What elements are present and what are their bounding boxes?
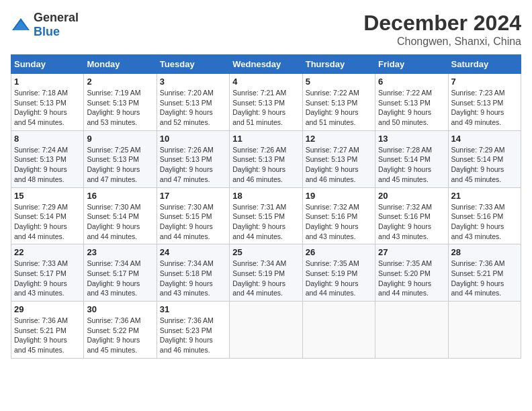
calendar-cell: 14Sunrise: 7:29 AM Sunset: 5:14 PM Dayli… (448, 130, 521, 187)
weekday-header: Saturday (448, 55, 521, 74)
day-number: 16 (87, 191, 153, 201)
calendar-cell: 31Sunrise: 7:36 AM Sunset: 5:23 PM Dayli… (157, 302, 229, 359)
day-info: Sunrise: 7:32 AM Sunset: 5:16 PM Dayligh… (306, 202, 372, 242)
day-info: Sunrise: 7:29 AM Sunset: 5:14 PM Dayligh… (451, 145, 518, 185)
calendar-cell: 7Sunrise: 7:23 AM Sunset: 5:13 PM Daylig… (448, 74, 521, 131)
day-number: 24 (160, 247, 226, 257)
day-info: Sunrise: 7:34 AM Sunset: 5:17 PM Dayligh… (87, 259, 153, 298)
day-number: 27 (378, 247, 445, 257)
day-info: Sunrise: 7:23 AM Sunset: 5:13 PM Dayligh… (451, 88, 518, 128)
calendar-week-row: 29Sunrise: 7:36 AM Sunset: 5:21 PM Dayli… (11, 302, 521, 359)
calendar-cell: 21Sunrise: 7:33 AM Sunset: 5:16 PM Dayli… (448, 187, 521, 244)
day-number: 15 (14, 191, 81, 201)
calendar-cell (375, 302, 448, 359)
day-number: 22 (14, 247, 81, 257)
calendar-week-row: 8Sunrise: 7:24 AM Sunset: 5:13 PM Daylig… (11, 130, 521, 187)
day-number: 14 (451, 134, 518, 144)
calendar-cell: 12Sunrise: 7:27 AM Sunset: 5:13 PM Dayli… (302, 130, 375, 187)
day-info: Sunrise: 7:22 AM Sunset: 5:13 PM Dayligh… (306, 88, 372, 128)
day-info: Sunrise: 7:33 AM Sunset: 5:17 PM Dayligh… (14, 259, 81, 298)
calendar-cell: 28Sunrise: 7:36 AM Sunset: 5:21 PM Dayli… (448, 244, 521, 302)
calendar-cell (302, 302, 375, 359)
day-number: 5 (306, 77, 372, 87)
day-number: 10 (160, 134, 226, 144)
day-info: Sunrise: 7:33 AM Sunset: 5:16 PM Dayligh… (451, 202, 518, 242)
weekday-header: Friday (375, 55, 448, 74)
day-info: Sunrise: 7:35 AM Sunset: 5:20 PM Dayligh… (378, 259, 445, 298)
calendar-cell: 15Sunrise: 7:29 AM Sunset: 5:14 PM Dayli… (11, 187, 84, 244)
day-info: Sunrise: 7:19 AM Sunset: 5:13 PM Dayligh… (87, 88, 153, 128)
day-info: Sunrise: 7:31 AM Sunset: 5:15 PM Dayligh… (232, 202, 299, 242)
day-number: 6 (378, 77, 445, 87)
calendar-cell: 17Sunrise: 7:30 AM Sunset: 5:15 PM Dayli… (157, 187, 229, 244)
day-info: Sunrise: 7:30 AM Sunset: 5:15 PM Dayligh… (160, 202, 226, 242)
weekday-header: Tuesday (157, 55, 229, 74)
day-number: 11 (232, 134, 299, 144)
day-number: 23 (87, 247, 153, 257)
calendar-cell: 27Sunrise: 7:35 AM Sunset: 5:20 PM Dayli… (375, 244, 448, 302)
day-info: Sunrise: 7:34 AM Sunset: 5:18 PM Dayligh… (160, 259, 226, 298)
day-info: Sunrise: 7:25 AM Sunset: 5:13 PM Dayligh… (87, 145, 153, 185)
day-number: 3 (160, 77, 226, 87)
weekday-header: Monday (84, 55, 157, 74)
day-info: Sunrise: 7:18 AM Sunset: 5:13 PM Dayligh… (14, 88, 81, 128)
day-number: 1 (14, 77, 81, 87)
day-number: 2 (87, 77, 153, 87)
calendar-cell: 9Sunrise: 7:25 AM Sunset: 5:13 PM Daylig… (84, 130, 157, 187)
calendar-cell: 29Sunrise: 7:36 AM Sunset: 5:21 PM Dayli… (11, 302, 84, 359)
logo-icon (11, 17, 31, 33)
day-info: Sunrise: 7:35 AM Sunset: 5:19 PM Dayligh… (306, 259, 372, 298)
day-number: 7 (451, 77, 518, 87)
calendar-cell: 11Sunrise: 7:26 AM Sunset: 5:13 PM Dayli… (230, 130, 302, 187)
calendar-cell: 1Sunrise: 7:18 AM Sunset: 5:13 PM Daylig… (11, 74, 84, 131)
page-header: General Blue December 2024 Chongwen, Sha… (11, 11, 521, 48)
day-number: 20 (378, 191, 445, 201)
day-info: Sunrise: 7:30 AM Sunset: 5:14 PM Dayligh… (87, 202, 153, 242)
day-info: Sunrise: 7:21 AM Sunset: 5:13 PM Dayligh… (232, 88, 299, 128)
day-info: Sunrise: 7:36 AM Sunset: 5:21 PM Dayligh… (14, 316, 81, 355)
day-info: Sunrise: 7:29 AM Sunset: 5:14 PM Dayligh… (14, 202, 81, 242)
day-number: 17 (160, 191, 226, 201)
day-number: 29 (14, 304, 81, 314)
weekday-header: Wednesday (230, 55, 302, 74)
weekday-header-row: SundayMondayTuesdayWednesdayThursdayFrid… (11, 55, 521, 74)
day-number: 18 (232, 191, 299, 201)
calendar-cell: 24Sunrise: 7:34 AM Sunset: 5:18 PM Dayli… (157, 244, 229, 302)
calendar-cell: 5Sunrise: 7:22 AM Sunset: 5:13 PM Daylig… (302, 74, 375, 131)
day-info: Sunrise: 7:36 AM Sunset: 5:22 PM Dayligh… (87, 316, 153, 355)
day-info: Sunrise: 7:26 AM Sunset: 5:13 PM Dayligh… (160, 145, 226, 185)
calendar-week-row: 1Sunrise: 7:18 AM Sunset: 5:13 PM Daylig… (11, 74, 521, 131)
day-number: 19 (306, 191, 372, 201)
calendar-week-row: 15Sunrise: 7:29 AM Sunset: 5:14 PM Dayli… (11, 187, 521, 244)
calendar-cell: 18Sunrise: 7:31 AM Sunset: 5:15 PM Dayli… (230, 187, 302, 244)
day-number: 31 (160, 304, 226, 314)
logo-wordmark: General Blue (34, 11, 79, 39)
day-info: Sunrise: 7:20 AM Sunset: 5:13 PM Dayligh… (160, 88, 226, 128)
calendar-cell: 6Sunrise: 7:22 AM Sunset: 5:13 PM Daylig… (375, 74, 448, 131)
day-number: 21 (451, 191, 518, 201)
day-number: 4 (232, 77, 299, 87)
calendar-cell (448, 302, 521, 359)
day-number: 9 (87, 134, 153, 144)
weekday-header: Sunday (11, 55, 84, 74)
day-info: Sunrise: 7:28 AM Sunset: 5:14 PM Dayligh… (378, 145, 445, 185)
calendar-cell: 13Sunrise: 7:28 AM Sunset: 5:14 PM Dayli… (375, 130, 448, 187)
month-title: December 2024 (363, 11, 521, 36)
calendar-cell: 10Sunrise: 7:26 AM Sunset: 5:13 PM Dayli… (157, 130, 229, 187)
calendar-cell: 22Sunrise: 7:33 AM Sunset: 5:17 PM Dayli… (11, 244, 84, 302)
location-title: Chongwen, Shanxi, China (363, 36, 521, 48)
calendar-cell: 25Sunrise: 7:34 AM Sunset: 5:19 PM Dayli… (230, 244, 302, 302)
calendar-cell: 2Sunrise: 7:19 AM Sunset: 5:13 PM Daylig… (84, 74, 157, 131)
calendar-cell: 3Sunrise: 7:20 AM Sunset: 5:13 PM Daylig… (157, 74, 229, 131)
day-number: 12 (306, 134, 372, 144)
day-number: 28 (451, 247, 518, 257)
calendar-cell: 4Sunrise: 7:21 AM Sunset: 5:13 PM Daylig… (230, 74, 302, 131)
calendar-week-row: 22Sunrise: 7:33 AM Sunset: 5:17 PM Dayli… (11, 244, 521, 302)
calendar-cell (230, 302, 302, 359)
day-info: Sunrise: 7:24 AM Sunset: 5:13 PM Dayligh… (14, 145, 81, 185)
calendar-table: SundayMondayTuesdayWednesdayThursdayFrid… (11, 54, 521, 359)
day-number: 25 (232, 247, 299, 257)
calendar-cell: 20Sunrise: 7:32 AM Sunset: 5:16 PM Dayli… (375, 187, 448, 244)
logo: General Blue (11, 11, 79, 39)
day-number: 26 (306, 247, 372, 257)
